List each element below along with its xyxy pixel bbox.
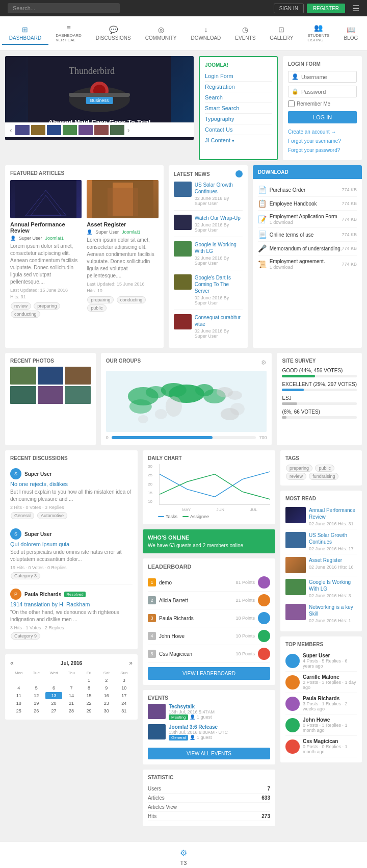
hero-next-button[interactable]: › bbox=[126, 126, 132, 134]
cal-day-29[interactable]: 29 bbox=[81, 707, 97, 714]
news-title-5[interactable]: Consequat curabitur vitae bbox=[195, 314, 243, 327]
cal-day-3[interactable]: 3 bbox=[116, 677, 133, 684]
event-title-2[interactable]: Joomla! 3:6 Release bbox=[169, 724, 228, 730]
cal-day-18[interactable]: 18 bbox=[10, 700, 27, 707]
menu-registration[interactable]: Registration bbox=[205, 82, 272, 92]
disc-tag-category9[interactable]: Category 9 bbox=[11, 632, 40, 640]
view-leaderboard-button[interactable]: VIEW LEADERBOARD bbox=[148, 667, 270, 680]
cal-day-20[interactable]: 20 bbox=[45, 700, 62, 707]
photo-1[interactable] bbox=[10, 367, 36, 385]
signin-button[interactable]: SIGN IN bbox=[274, 4, 304, 13]
menu-login-form[interactable]: Login Form bbox=[205, 71, 272, 82]
download-name-4[interactable]: Online terms of use bbox=[270, 232, 314, 238]
nav-gallery[interactable]: ⊡ GALLERY bbox=[263, 22, 300, 45]
cal-day-4[interactable]: 4 bbox=[10, 684, 27, 692]
cal-day-26[interactable]: 26 bbox=[28, 707, 44, 714]
nav-dashboard[interactable]: ⊞ DASHBOARD bbox=[2, 22, 48, 45]
tag-preparing-2[interactable]: preparing bbox=[87, 296, 114, 303]
cal-day-5[interactable]: 5 bbox=[28, 684, 44, 692]
cal-day-23[interactable]: 23 bbox=[98, 700, 115, 707]
menu-smart-search[interactable]: Smart Search bbox=[205, 103, 272, 114]
tag-fundraising-main[interactable]: fundraising bbox=[309, 473, 338, 480]
event-tag-general[interactable]: General bbox=[169, 735, 188, 741]
nav-download[interactable]: ↓ DOWNLOAD bbox=[184, 22, 228, 45]
mr-title-2[interactable]: US Solar Growth Continues bbox=[309, 532, 357, 545]
cal-day-31[interactable]: 31 bbox=[116, 707, 133, 714]
cal-day-12[interactable]: 12 bbox=[28, 692, 44, 699]
hero-prev-button[interactable]: ‹ bbox=[8, 126, 14, 134]
hero-thumb-7[interactable] bbox=[110, 125, 124, 135]
download-name-3[interactable]: Employment Application Form bbox=[270, 213, 337, 220]
photo-2[interactable] bbox=[38, 367, 64, 385]
menu-jicontent[interactable]: JI Content ▾ bbox=[205, 135, 272, 145]
mr-title-4[interactable]: Google Is Working With LG bbox=[309, 579, 357, 592]
news-title-3[interactable]: Google Is Working With LG bbox=[195, 241, 243, 254]
disc-title-2[interactable]: Qui dolorem ipsum quia bbox=[10, 541, 133, 547]
cal-day-21[interactable]: 21 bbox=[63, 700, 80, 707]
disc-tag-automotive[interactable]: Automotive bbox=[37, 512, 67, 519]
disc-title-1[interactable]: No one rejects, dislikes bbox=[10, 481, 133, 487]
photo-4[interactable] bbox=[10, 386, 36, 404]
hero-thumb-3[interactable] bbox=[47, 125, 61, 135]
cal-day-1[interactable]: 1 bbox=[81, 677, 97, 684]
download-name-2[interactable]: Employee Handbook bbox=[270, 200, 317, 207]
disc-title-3[interactable]: 1914 translation by H. Rackham bbox=[10, 601, 133, 607]
cal-day-17[interactable]: 17 bbox=[116, 692, 133, 699]
cal-day-15[interactable]: 15 bbox=[81, 692, 97, 699]
register-button[interactable]: REGISTER bbox=[307, 4, 345, 13]
tag-public-main[interactable]: public bbox=[315, 465, 334, 472]
nav-dashboard-vertical[interactable]: ≡ DASHBOARD VERTICAL bbox=[48, 20, 89, 46]
cal-day-19[interactable]: 19 bbox=[28, 700, 44, 707]
cal-day-13[interactable]: 13 bbox=[45, 692, 62, 699]
mr-title-1[interactable]: Annual Performance Review bbox=[309, 507, 357, 520]
cal-day-27[interactable]: 27 bbox=[45, 707, 62, 714]
tag-review-main[interactable]: review bbox=[286, 473, 306, 480]
username-field[interactable] bbox=[301, 74, 353, 80]
cal-day-25[interactable]: 25 bbox=[10, 707, 27, 714]
menu-search[interactable]: Search bbox=[205, 92, 272, 103]
cal-day-30[interactable]: 30 bbox=[98, 707, 115, 714]
cal-day-9[interactable]: 9 bbox=[98, 684, 115, 692]
event-tag-meeting[interactable]: Meeting bbox=[169, 714, 188, 720]
nav-blog[interactable]: 📖 BLOG bbox=[336, 22, 365, 45]
cal-day-2[interactable]: 2 bbox=[98, 677, 115, 684]
menu-typography[interactable]: Typography bbox=[205, 114, 272, 124]
hero-thumb-1[interactable] bbox=[15, 125, 30, 135]
nav-events[interactable]: ◷ EVENTS bbox=[228, 22, 263, 45]
tag-preparing-1[interactable]: preparing bbox=[34, 302, 60, 310]
hero-thumb-2[interactable] bbox=[31, 125, 45, 135]
cal-next-button[interactable]: » bbox=[129, 659, 133, 667]
cal-day-22[interactable]: 22 bbox=[81, 700, 97, 707]
forgot-username-link[interactable]: Forgot your username? bbox=[288, 137, 357, 146]
tag-conducting-2[interactable]: conducting bbox=[117, 296, 146, 303]
cal-prev-button[interactable]: « bbox=[10, 659, 14, 667]
download-name-1[interactable]: Purchase Order bbox=[270, 187, 306, 193]
menu-contact[interactable]: Contact Us bbox=[205, 124, 272, 135]
groups-settings-icon[interactable]: ⚙ bbox=[261, 359, 267, 366]
cal-day-6[interactable]: 6 bbox=[45, 684, 62, 692]
disc-tag-general[interactable]: General bbox=[11, 512, 34, 519]
create-account-link[interactable]: Create an account → bbox=[288, 127, 357, 137]
cal-day-11[interactable]: 11 bbox=[10, 692, 27, 699]
news-title-2[interactable]: Watch Our Wrap-Up bbox=[195, 215, 243, 221]
hero-thumb-4[interactable] bbox=[63, 125, 77, 135]
news-title-4[interactable]: Google's Dart Is Coming To The Server bbox=[195, 274, 243, 294]
mr-title-5[interactable]: Networking is a key Skill bbox=[309, 604, 357, 617]
hamburger-icon[interactable]: ☰ bbox=[352, 4, 359, 13]
cal-day-16[interactable]: 16 bbox=[98, 692, 115, 699]
event-title-1[interactable]: Techsytalk bbox=[169, 704, 215, 709]
tag-preparing-main[interactable]: preparing bbox=[286, 465, 312, 472]
photo-5[interactable] bbox=[38, 386, 64, 404]
cal-day-24[interactable]: 24 bbox=[116, 700, 133, 707]
cal-day-10[interactable]: 10 bbox=[116, 684, 133, 692]
nav-students[interactable]: 👥 STUDENTS LISTING bbox=[300, 20, 336, 46]
nav-community[interactable]: ◎ COMMUNITY bbox=[138, 22, 184, 45]
search-input[interactable] bbox=[8, 3, 120, 13]
download-name-6[interactable]: Employment agreement. bbox=[270, 258, 325, 265]
news-title-1[interactable]: US Solar Growth Continues bbox=[195, 182, 243, 195]
nav-discussions[interactable]: 💬 DISCUSSIONS bbox=[89, 22, 138, 45]
login-button[interactable]: LOG IN bbox=[288, 111, 357, 123]
cal-day-14[interactable]: 14 bbox=[63, 692, 80, 699]
view-all-events-button[interactable]: VIEW ALL EVENTS bbox=[148, 748, 270, 759]
forgot-password-link[interactable]: Forgot your password? bbox=[288, 146, 357, 155]
